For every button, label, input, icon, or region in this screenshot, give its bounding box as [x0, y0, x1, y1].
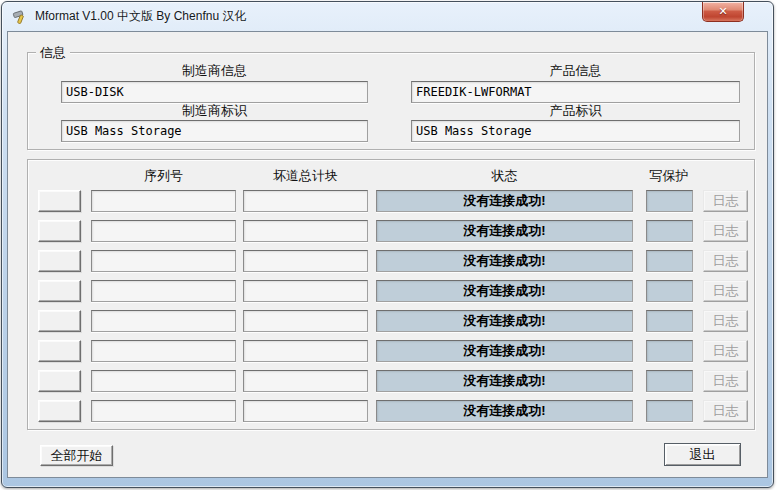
- app-window: Mformat V1.00 中文版 By Chenfnu 汉化 ✕ 信息 制造商…: [1, 1, 774, 488]
- manufacturer-id-label: 制造商标识: [61, 102, 368, 120]
- serial-field[interactable]: [91, 220, 236, 242]
- bad-blocks-column-header: 坏道总计块: [243, 167, 368, 185]
- log-button: 日志: [703, 370, 748, 392]
- bad-blocks-field[interactable]: [243, 280, 368, 302]
- log-button: 日志: [703, 310, 748, 332]
- write-protect-column-header: 写保护: [629, 167, 709, 185]
- bad-blocks-field[interactable]: [243, 190, 368, 212]
- write-protect-cell: [646, 220, 693, 242]
- device-row: 没有连接成功! 日志: [28, 280, 754, 302]
- serial-column-header: 序列号: [91, 167, 236, 185]
- device-select-button[interactable]: [38, 310, 81, 332]
- log-button: 日志: [703, 340, 748, 362]
- device-row: 没有连接成功! 日志: [28, 190, 754, 212]
- status-cell: 没有连接成功!: [376, 220, 633, 242]
- bad-blocks-field[interactable]: [243, 340, 368, 362]
- device-row: 没有连接成功! 日志: [28, 340, 754, 362]
- serial-field[interactable]: [91, 370, 236, 392]
- status-column-header: 状态: [376, 167, 633, 185]
- status-cell: 没有连接成功!: [376, 190, 633, 212]
- write-protect-cell: [646, 400, 693, 422]
- exit-button[interactable]: 退出: [664, 443, 741, 466]
- window-title: Mformat V1.00 中文版 By Chenfnu 汉化: [35, 8, 246, 25]
- device-row: 没有连接成功! 日志: [28, 250, 754, 272]
- product-id-label: 产品标识: [411, 102, 740, 120]
- bad-blocks-field[interactable]: [243, 220, 368, 242]
- manufacturer-info-label: 制造商信息: [61, 62, 368, 80]
- log-button: 日志: [703, 190, 748, 212]
- info-group-label: 信息: [36, 44, 70, 62]
- manufacturer-info-field[interactable]: [61, 81, 368, 103]
- write-protect-cell: [646, 250, 693, 272]
- serial-field[interactable]: [91, 280, 236, 302]
- device-select-button[interactable]: [38, 280, 81, 302]
- titlebar[interactable]: Mformat V1.00 中文版 By Chenfnu 汉化 ✕: [2, 2, 773, 31]
- write-protect-cell: [646, 370, 693, 392]
- log-button: 日志: [703, 400, 748, 422]
- app-icon: [12, 9, 28, 25]
- device-row: 没有连接成功! 日志: [28, 310, 754, 332]
- write-protect-cell: [646, 190, 693, 212]
- write-protect-cell: [646, 280, 693, 302]
- status-cell: 没有连接成功!: [376, 310, 633, 332]
- status-cell: 没有连接成功!: [376, 400, 633, 422]
- write-protect-cell: [646, 310, 693, 332]
- device-row: 没有连接成功! 日志: [28, 400, 754, 422]
- device-row: 没有连接成功! 日志: [28, 220, 754, 242]
- device-select-button[interactable]: [38, 370, 81, 392]
- device-select-button[interactable]: [38, 400, 81, 422]
- serial-field[interactable]: [91, 400, 236, 422]
- write-protect-cell: [646, 340, 693, 362]
- info-group: 信息 制造商信息 产品信息 制造商标识 产品标识: [27, 52, 755, 150]
- bad-blocks-field[interactable]: [243, 310, 368, 332]
- device-grid-group: 序列号 坏道总计块 状态 写保护 没有连接成功! 日志 没有连接成功! 日志 没…: [27, 159, 755, 430]
- device-row: 没有连接成功! 日志: [28, 370, 754, 392]
- device-select-button[interactable]: [38, 250, 81, 272]
- log-button: 日志: [703, 280, 748, 302]
- close-button[interactable]: ✕: [702, 2, 744, 22]
- start-all-button[interactable]: 全部开始: [40, 445, 113, 466]
- log-button: 日志: [703, 220, 748, 242]
- close-icon: ✕: [718, 6, 727, 17]
- bad-blocks-field[interactable]: [243, 370, 368, 392]
- device-select-button[interactable]: [38, 220, 81, 242]
- product-info-field[interactable]: [411, 81, 740, 103]
- status-cell: 没有连接成功!: [376, 370, 633, 392]
- status-cell: 没有连接成功!: [376, 340, 633, 362]
- serial-field[interactable]: [91, 250, 236, 272]
- serial-field[interactable]: [91, 190, 236, 212]
- product-info-label: 产品信息: [411, 62, 740, 80]
- serial-field[interactable]: [91, 340, 236, 362]
- product-id-field[interactable]: [411, 120, 740, 142]
- log-button: 日志: [703, 250, 748, 272]
- device-select-button[interactable]: [38, 340, 81, 362]
- serial-field[interactable]: [91, 310, 236, 332]
- status-cell: 没有连接成功!: [376, 250, 633, 272]
- device-select-button[interactable]: [38, 190, 81, 212]
- client-area: 信息 制造商信息 产品信息 制造商标识 产品标识 序列号 坏道总计块 状态 写保…: [7, 31, 768, 478]
- device-rows: 没有连接成功! 日志 没有连接成功! 日志 没有连接成功! 日志 没有连接成功!…: [28, 190, 754, 430]
- manufacturer-id-field[interactable]: [61, 120, 368, 142]
- status-cell: 没有连接成功!: [376, 280, 633, 302]
- bad-blocks-field[interactable]: [243, 250, 368, 272]
- bad-blocks-field[interactable]: [243, 400, 368, 422]
